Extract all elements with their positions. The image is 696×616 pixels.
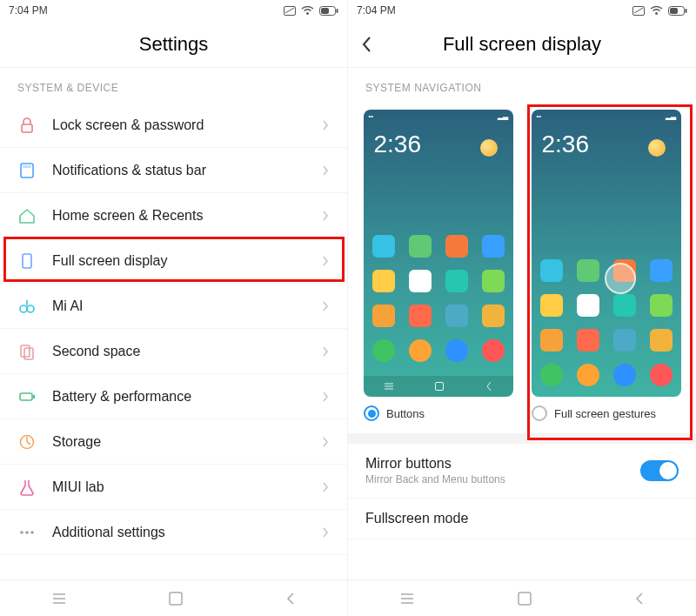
app-icon: [445, 235, 468, 258]
svg-rect-6: [22, 124, 32, 132]
page-title: Settings: [139, 33, 209, 56]
settings-row-more[interactable]: Additional settings: [0, 510, 347, 555]
app-icon: [540, 294, 563, 317]
recents-button[interactable]: [50, 592, 68, 606]
section-label: SYSTEM & DEVICE: [0, 68, 347, 103]
settings-row-lock[interactable]: Lock screen & password: [0, 103, 347, 148]
notif-icon: [17, 161, 52, 180]
settings-row-screen[interactable]: Full screen display: [0, 238, 347, 284]
settings-row-second[interactable]: Second space: [0, 329, 347, 374]
radio-gestures-label: Full screen gestures: [554, 407, 656, 420]
chevron-right-icon: [321, 300, 330, 312]
full-screen-display-pane: 7:04 PM Full screen display SYSTEM NAVIG…: [348, 0, 696, 616]
settings-row-label: Storage: [52, 434, 321, 450]
home-button[interactable]: [168, 591, 184, 606]
divider: [348, 433, 696, 444]
svg-point-11: [27, 305, 34, 312]
lock-icon: [17, 116, 52, 135]
radio-gestures[interactable]: [532, 405, 547, 421]
app-icon: [445, 270, 468, 292]
app-icon: [577, 329, 599, 352]
chevron-right-icon: [321, 481, 330, 493]
settings-pane: 7:04 PM Settings SYSTEM & DEVICE Lock sc…: [0, 0, 348, 616]
settings-row-notif[interactable]: Notifications & status bar: [0, 148, 347, 193]
svg-point-10: [20, 305, 27, 312]
back-button[interactable]: [360, 21, 372, 67]
settings-row-miai[interactable]: Mi AI: [0, 284, 347, 329]
app-icon: [409, 270, 432, 292]
option-gestures-card[interactable]: ••▂▃ 2:36 Full screen gestures: [528, 110, 684, 425]
settings-row-storage[interactable]: Storage: [0, 419, 347, 465]
chevron-right-icon: [321, 210, 330, 222]
battery-icon: [17, 387, 52, 406]
app-icon: [650, 259, 673, 282]
app-icon: [409, 339, 432, 362]
no-sim-icon: [632, 6, 645, 16]
mirror-buttons-toggle[interactable]: [640, 460, 679, 481]
svg-point-17: [20, 531, 23, 534]
settings-row-label: Full screen display: [52, 253, 321, 269]
settings-row-battery[interactable]: Battery & performance: [0, 374, 347, 419]
home-button[interactable]: [517, 591, 532, 606]
system-nav-bar: [0, 579, 347, 616]
svg-rect-13: [24, 348, 33, 359]
settings-row-lab[interactable]: MIUI lab: [0, 465, 347, 510]
radio-buttons[interactable]: [364, 405, 379, 421]
svg-point-26: [655, 12, 658, 15]
no-sim-icon: [284, 6, 296, 16]
phone-preview-buttons: ••▂▃ 2:36: [364, 110, 513, 397]
svg-point-18: [25, 531, 29, 534]
chevron-right-icon: [321, 119, 330, 131]
svg-rect-23: [170, 593, 182, 605]
chevron-right-icon: [321, 436, 330, 448]
storage-icon: [17, 432, 52, 452]
chevron-right-icon: [321, 345, 330, 358]
battery-icon: [319, 6, 338, 16]
app-icon: [650, 329, 673, 352]
chevron-right-icon: [321, 255, 330, 267]
app-icon: [540, 364, 563, 386]
header: Settings: [0, 21, 347, 68]
back-button[interactable]: [284, 592, 297, 606]
sun-icon: [480, 139, 498, 157]
miai-icon: [17, 297, 52, 316]
svg-rect-12: [21, 345, 30, 357]
option-buttons-card[interactable]: ••▂▃ 2:36 Buttons: [360, 110, 516, 425]
recents-button[interactable]: [398, 592, 416, 606]
battery-icon: [668, 6, 687, 16]
chevron-right-icon: [321, 164, 330, 177]
app-icon: [409, 305, 432, 327]
svg-rect-5: [321, 8, 329, 14]
preview-recents-icon: [383, 382, 395, 391]
settings-row-label: Lock screen & password: [52, 117, 321, 133]
svg-line-25: [634, 8, 643, 13]
settings-row-label: MIUI lab: [52, 479, 321, 495]
preview-home-icon: [434, 381, 445, 392]
app-icon: [372, 270, 395, 292]
app-icon: [445, 339, 468, 362]
app-icon: [482, 235, 505, 258]
app-icon: [540, 259, 563, 282]
status-time: 7:04 PM: [357, 4, 396, 17]
app-icon: [372, 339, 395, 362]
app-icon: [482, 339, 505, 362]
svg-rect-37: [519, 593, 531, 605]
wifi-icon: [301, 6, 314, 16]
status-bar: 7:04 PM: [348, 0, 696, 21]
mirror-buttons-row[interactable]: Mirror buttons Mirror Back and Menu butt…: [348, 444, 696, 499]
settings-row-home[interactable]: Home screen & Recents: [0, 193, 347, 238]
app-icon: [372, 235, 395, 258]
section-label: SYSTEM NAVIGATION: [348, 68, 696, 103]
fullscreen-mode-row[interactable]: Fullscreen mode: [348, 499, 696, 539]
chevron-right-icon: [321, 526, 330, 539]
navigation-options: ••▂▃ 2:36 Buttons: [348, 103, 696, 433]
app-icon: [577, 294, 599, 317]
mirror-buttons-title: Mirror buttons: [365, 456, 640, 472]
svg-rect-4: [337, 9, 338, 13]
radio-buttons-label: Buttons: [386, 407, 425, 420]
page-title: Full screen display: [443, 33, 601, 56]
svg-point-19: [30, 531, 34, 534]
settings-row-label: Battery & performance: [52, 389, 321, 405]
back-button[interactable]: [633, 592, 646, 606]
svg-line-1: [285, 8, 294, 13]
